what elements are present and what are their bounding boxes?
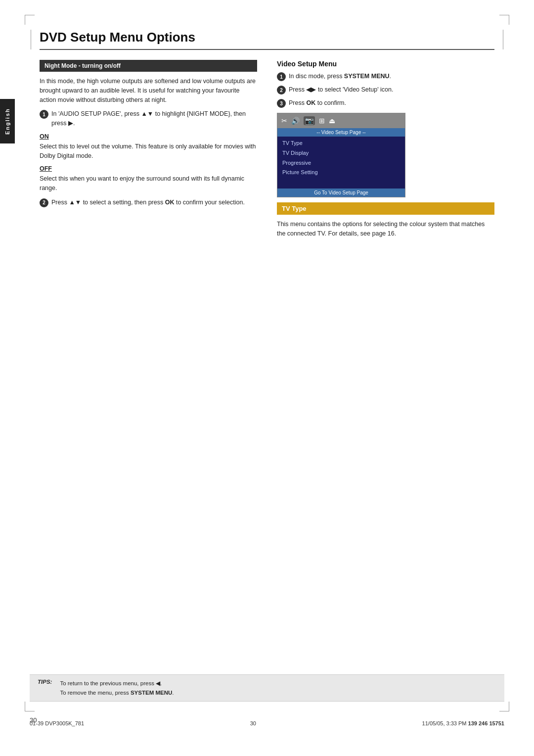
camera-icon: 📷	[304, 116, 315, 125]
grid-icon: ⊞	[319, 117, 325, 125]
menu-footer: Go To Video Setup Page	[277, 189, 405, 197]
right-column: Video Setup Menu 1 In disc mode, press S…	[277, 60, 494, 243]
step-1-text: In 'AUDIO SETUP PAGE', press ▲▼ to highl…	[51, 109, 257, 128]
left-column: Night Mode - turning on/off In this mode…	[40, 60, 257, 243]
tips-bar: TIPS: To return to the previous menu, pr…	[30, 674, 504, 702]
step-1-audio: 1 In 'AUDIO SETUP PAGE', press ▲▼ to hig…	[40, 109, 257, 128]
menu-page-title: -- Video Setup Page --	[277, 128, 405, 137]
footer-right: 11/05/05, 3:33 PM 139 246 15751	[422, 720, 504, 726]
video-step-1-text: In disc mode, press SYSTEM MENU.	[289, 72, 391, 81]
tips-content: To return to the previous menu, press ◀.…	[60, 679, 174, 697]
main-content: Night Mode - turning on/off In this mode…	[40, 60, 494, 243]
speaker-icon: 🔊	[291, 117, 300, 125]
night-mode-intro: In this mode, the high volume outputs ar…	[40, 77, 257, 104]
tv-type-heading: TV Type	[277, 202, 494, 215]
language-label: English	[4, 108, 10, 135]
menu-item-tvtype: TV Type	[282, 139, 400, 148]
footer-date: 11/05/05, 3:33 PM	[422, 720, 467, 726]
step-1-number: 1	[40, 110, 48, 119]
video-setup-title: Video Setup Menu	[277, 60, 494, 68]
video-step-1-number: 1	[277, 72, 286, 81]
video-step-3: 3 Press OK to confirm.	[277, 98, 494, 108]
corner-mark-tl	[25, 15, 35, 25]
video-step-1: 1 In disc mode, press SYSTEM MENU.	[277, 72, 494, 81]
video-step-3-text: Press OK to confirm.	[289, 98, 346, 108]
video-step-2-text: Press ◀▶ to select 'Video Setup' icon.	[289, 85, 393, 94]
page-title: DVD Setup Menu Options	[40, 30, 494, 50]
video-step-2: 2 Press ◀▶ to select 'Video Setup' icon.	[277, 85, 494, 94]
menu-screenshot: ✂ 🔊 📷 ⊞ ⏏ -- Video Setup Page -- TV Type…	[277, 113, 405, 197]
footer: 01-39 DVP3005K_781 30 11/05/05, 3:33 PM …	[30, 720, 504, 726]
side-line-right	[503, 30, 503, 49]
menu-item-tvdisplay: TV Display	[282, 148, 400, 158]
off-heading: OFF	[40, 165, 257, 172]
menu-item-progressive: Progressive	[282, 158, 400, 168]
corner-mark-br	[499, 702, 509, 711]
step-2-audio: 2 Press ▲▼ to select a setting, then pre…	[40, 198, 257, 207]
video-step-3-number: 3	[277, 99, 286, 108]
tips-label: TIPS:	[38, 679, 52, 697]
menu-icons-bar: ✂ 🔊 📷 ⊞ ⏏	[277, 113, 405, 128]
menu-items-list: TV Type TV Display Progressive Picture S…	[277, 137, 405, 189]
off-text: Select this when you want to enjoy the s…	[40, 174, 257, 193]
footer-center: 30	[250, 720, 256, 726]
menu-item-picture: Picture Setting	[282, 168, 400, 178]
video-step-2-number: 2	[277, 86, 286, 94]
footer-left: 01-39 DVP3005K_781	[30, 720, 84, 726]
side-line-left	[31, 30, 31, 49]
exit-icon: ⏏	[329, 117, 335, 125]
corner-mark-bl	[25, 702, 35, 711]
tv-type-text: This menu contains the options for selec…	[277, 220, 494, 238]
language-sidebar: English	[0, 99, 15, 143]
footer-code: 139 246 15751	[468, 720, 504, 726]
step-2-number: 2	[40, 198, 48, 207]
scissors-icon: ✂	[281, 117, 287, 125]
corner-mark-tr	[499, 15, 509, 25]
tips-line-1: To return to the previous menu, press ◀.	[60, 680, 162, 686]
step-2-text: Press ▲▼ to select a setting, then press…	[51, 198, 245, 207]
on-text: Select this to level out the volume. Thi…	[40, 142, 257, 161]
on-heading: ON	[40, 133, 257, 140]
tips-line-2: To remove the menu, press SYSTEM MENU.	[60, 690, 174, 696]
night-mode-heading: Night Mode - turning on/off	[40, 60, 257, 72]
